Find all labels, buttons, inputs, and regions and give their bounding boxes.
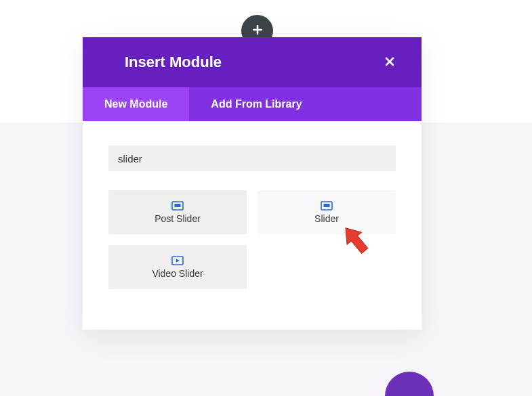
module-label: Post Slider (155, 213, 201, 224)
tab-new-module[interactable]: New Module (83, 87, 189, 121)
module-grid: Post Slider Slider Vid (108, 190, 396, 289)
video-slider-icon (171, 256, 184, 265)
post-slider-icon (171, 201, 184, 211)
module-video-slider[interactable]: Video Slider (108, 245, 247, 289)
plus-icon (251, 24, 264, 39)
insert-module-modal: Insert Module New Module Add From Librar… (83, 37, 422, 330)
svg-rect-3 (324, 204, 330, 207)
modal-title: Insert Module (125, 53, 222, 71)
modal-tabs: New Module Add From Library (83, 87, 422, 121)
modal-body: Post Slider Slider Vid (83, 121, 422, 330)
slider-icon (321, 201, 333, 211)
module-post-slider[interactable]: Post Slider (108, 190, 247, 234)
close-icon (384, 56, 396, 70)
close-button[interactable] (380, 51, 400, 74)
modal-header: Insert Module (83, 37, 422, 87)
module-label: Video Slider (152, 268, 203, 279)
module-slider[interactable]: Slider (258, 190, 396, 234)
svg-rect-1 (175, 204, 181, 207)
search-input[interactable] (108, 146, 396, 171)
tab-add-from-library[interactable]: Add From Library (189, 87, 323, 121)
module-label: Slider (314, 213, 339, 224)
